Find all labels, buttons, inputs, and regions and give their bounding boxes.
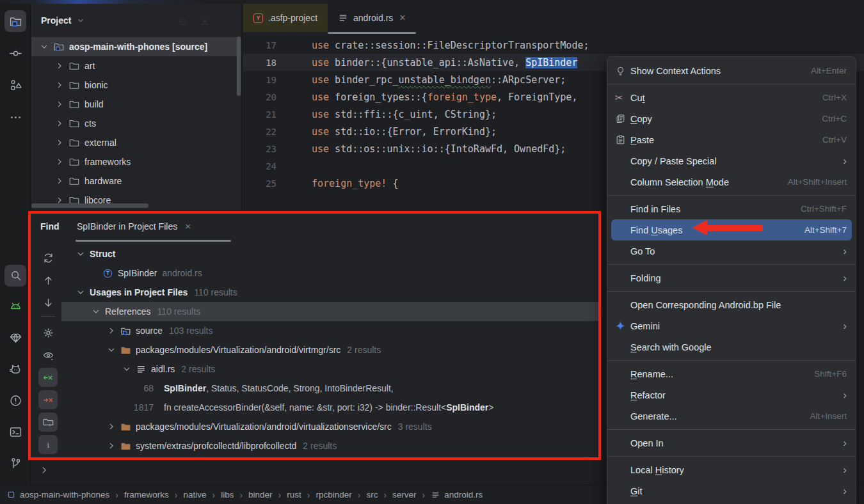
close-icon[interactable]: ×: [185, 221, 191, 232]
menu-item-rename[interactable]: Rename...Shift+F6: [607, 363, 856, 384]
breadcrumb-native[interactable]: native: [183, 490, 206, 500]
find-toolbar-settings-button[interactable]: [38, 323, 58, 342]
sidebar-app-quality-insights-tool[interactable]: [0, 322, 31, 354]
sidebar-problems-tool[interactable]: [0, 385, 31, 416]
project-tree-folder-hardware[interactable]: hardware: [31, 171, 241, 191]
menu-item-cut[interactable]: ✂CutCtrl+X: [607, 87, 856, 108]
find-tree-row[interactable]: packages/modules/Virtualization/android/…: [61, 417, 598, 436]
menu-item-open-in[interactable]: Open In›: [607, 432, 856, 453]
find-toolbar-next-occurrence-button[interactable]: [38, 293, 58, 312]
sidebar-logcat-tool[interactable]: [0, 291, 31, 322]
find-tree-row[interactable]: TSpIBinderandroid.rs: [61, 264, 598, 283]
find-tree-row[interactable]: source103 results: [61, 321, 598, 340]
breadcrumb-separator: ›: [175, 490, 178, 500]
editor-tab--asfp-project[interactable]: Y.asfp-project: [243, 4, 328, 32]
lightbulb-icon: [615, 65, 626, 76]
menu-item-search-with-google[interactable]: Search with Google: [607, 336, 856, 358]
menu-item-shortcut: Ctrl+C: [822, 114, 847, 123]
project-tree-root-row[interactable]: aosp-main-with-phones [source]: [31, 37, 241, 56]
find-tree-row[interactable]: Struct: [61, 244, 598, 264]
find-toolbar-navigate-to-source-toggle-button[interactable]: [38, 390, 58, 409]
svg-text:*: *: [49, 423, 51, 429]
breadcrumb-label: server: [392, 490, 417, 500]
project-tree-folder-bionic[interactable]: bionic: [31, 75, 241, 95]
close-icon[interactable]: ×: [399, 13, 405, 23]
project-tree-folder-external[interactable]: external: [31, 133, 241, 152]
breadcrumb-src[interactable]: src: [366, 490, 378, 500]
code-text: foreign_type! {: [312, 178, 398, 189]
find-tree-row[interactable]: References110 results: [61, 302, 598, 321]
structure-icon: [9, 79, 22, 92]
project-panel-title: Project: [41, 15, 71, 26]
menu-item-generate[interactable]: Generate...Alt+Insert: [607, 406, 856, 427]
menu-item-open-corresponding-android-bp-file[interactable]: Open Corresponding Android.bp File: [607, 294, 856, 315]
editor-tab-android-rs[interactable]: android.rs×: [328, 4, 416, 32]
find-row-count: 2 results: [181, 364, 215, 374]
folder-icon: [68, 60, 80, 72]
sidebar-project-tool[interactable]: [0, 5, 31, 37]
find-toolbar-previous-occurrence-button[interactable]: [38, 271, 58, 290]
breadcrumb-label: binder: [248, 490, 273, 500]
project-horizontal-scrollbar[interactable]: [31, 203, 148, 208]
sidebar-search-tool[interactable]: [0, 260, 31, 291]
menu-item-copy-paste-special[interactable]: Copy / Paste Special›: [607, 150, 856, 171]
lightbulb-icon: [615, 65, 630, 76]
find-panel-header: Find SpIBinder in Project Files ×: [31, 212, 598, 243]
sidebar-commit-tool[interactable]: [0, 37, 31, 69]
chevron-right-icon: [54, 157, 65, 167]
result-line-number: 68: [61, 383, 154, 393]
find-result-line-68[interactable]: 68SpIBinder, Status, StatusCode, Strong,…: [61, 379, 598, 398]
menu-item-copy[interactable]: CopyCtrl+C: [607, 108, 856, 129]
paste-icon: [615, 134, 626, 145]
find-tree-row[interactable]: packages/modules/Virtualization/android/…: [61, 340, 598, 359]
find-result-line-1817[interactable]: 1817fn createAccessorBinder(&self, name:…: [61, 398, 598, 417]
sidebar-version-control-tool[interactable]: [0, 448, 31, 479]
menu-item-paste[interactable]: PasteCtrl+V: [607, 129, 856, 150]
menu-item-find-usages[interactable]: Find UsagesAlt+Shift+7: [611, 219, 852, 240]
menu-item-column-selection-mode[interactable]: Column Selection ModeAlt+Shift+Insert: [607, 171, 856, 193]
menu-separator: [607, 427, 856, 432]
find-results-tab[interactable]: SpIBinder in Project Files ×: [77, 221, 191, 232]
find-tree-row[interactable]: system/extras/profcollectd/libprofcollec…: [61, 436, 598, 455]
menu-item-folding[interactable]: Folding›: [607, 267, 856, 288]
breadcrumb-libs[interactable]: libs: [221, 490, 234, 500]
breadcrumb-aosp-main-with-phones[interactable]: aosp-main-with-phones: [6, 490, 109, 500]
find-toolbar-navigate-from-source-toggle-button[interactable]: [38, 368, 58, 387]
project-vertical-scrollbar[interactable]: [237, 36, 241, 96]
project-tree-folder-cts[interactable]: cts: [31, 114, 241, 133]
menu-item-local-history[interactable]: Local History›: [607, 459, 856, 480]
folder-src-icon: [120, 441, 131, 452]
sidebar-terminal-tool[interactable]: [0, 416, 31, 448]
menu-item-refactor[interactable]: Refactor›: [607, 384, 856, 406]
find-tree-row[interactable]: aidl.rs2 results: [61, 359, 598, 379]
breadcrumb-rust[interactable]: rust: [287, 490, 301, 500]
sidebar-structure-tool[interactable]: [0, 69, 31, 101]
menu-item-show-context-actions[interactable]: Show Context ActionsAlt+Enter: [607, 60, 856, 81]
sidebar-profiler-tool[interactable]: [0, 354, 31, 385]
sidebar-more-tools[interactable]: [0, 101, 31, 133]
locate-icon[interactable]: [177, 16, 189, 28]
project-tree-folder-frameworks[interactable]: frameworks: [31, 152, 241, 171]
project-tree-folder-art[interactable]: art: [31, 56, 241, 75]
branch-icon: [9, 457, 22, 470]
gemini-icon: [615, 320, 630, 331]
menu-item-find-in-files[interactable]: Find in FilesCtrl+Shift+F: [607, 198, 856, 219]
breadcrumb-frameworks[interactable]: frameworks: [124, 490, 169, 500]
find-toolbar-rerun-search-button[interactable]: [38, 248, 58, 267]
find-toolbar-open-in-new-tab-button[interactable]: *: [38, 413, 58, 432]
breadcrumb-android-rs[interactable]: android.rs: [431, 490, 483, 500]
breadcrumb-server[interactable]: server: [392, 490, 417, 500]
find-tree-row[interactable]: Usages in Project Files110 results: [61, 283, 598, 302]
breadcrumb-binder[interactable]: binder: [248, 490, 273, 500]
menu-item-gemini[interactable]: Gemini›: [607, 315, 856, 336]
hide-panel-icon[interactable]: [199, 16, 211, 28]
find-toolbar-info-button[interactable]: i: [38, 435, 58, 454]
project-tree-folder-build[interactable]: build: [31, 95, 241, 114]
breadcrumb-rpcbinder[interactable]: rpcbinder: [316, 490, 351, 500]
menu-item-shortcut: Alt+Insert: [810, 411, 847, 421]
find-toolbar-preview-button[interactable]: [38, 345, 58, 365]
menu-item-go-to[interactable]: Go To›: [607, 240, 856, 262]
module-icon: [6, 490, 16, 500]
find-panel-expand-chevron[interactable]: [38, 464, 50, 476]
menu-item-git[interactable]: Git›: [607, 480, 856, 501]
